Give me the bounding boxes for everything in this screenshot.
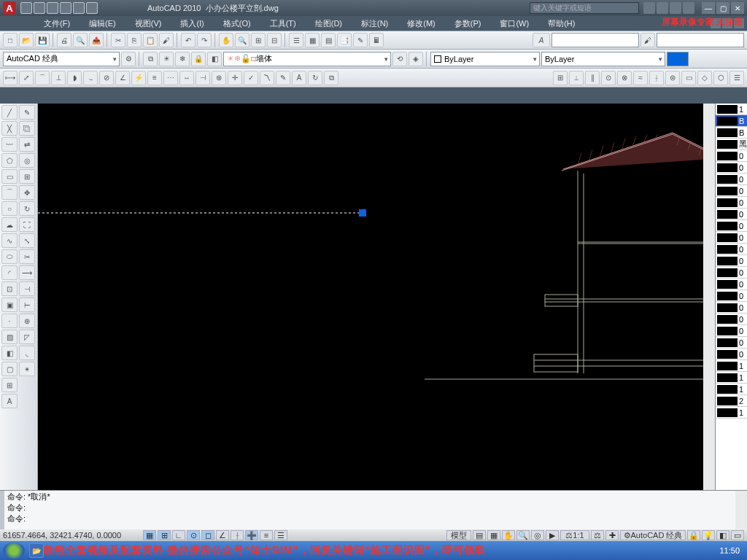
zoom-prev-icon[interactable]: ⊟ — [267, 33, 282, 47]
lineweight-option[interactable]: 1 — [716, 384, 747, 395]
point-icon[interactable]: · — [1, 314, 18, 328]
lineweight-option[interactable]: 0 — [716, 279, 747, 290]
lineweight-option[interactable]: 1 — [716, 372, 747, 384]
array-icon[interactable]: ⊞ — [19, 169, 35, 184]
copy-icon[interactable]: ⎘ — [127, 33, 142, 47]
dim-angle-icon[interactable]: ∠ — [115, 71, 130, 85]
cmd-prompt[interactable]: 命令: — [7, 513, 732, 524]
anno-scale[interactable]: ⚖1:1 — [560, 530, 589, 540]
lineweight-option[interactable]: 0 — [716, 290, 747, 302]
break-pt-icon[interactable]: ⊣ — [19, 281, 35, 296]
menu-dim[interactable]: 标注(N) — [352, 17, 397, 31]
start-button[interactable] — [3, 542, 25, 559]
mtext-icon[interactable]: A — [1, 394, 18, 408]
layer-mgr-icon[interactable]: ⧉ — [143, 52, 158, 66]
constraint8-icon[interactable]: ⊜ — [665, 71, 680, 85]
lineweight-option[interactable]: 0 — [716, 255, 747, 267]
move-icon[interactable]: ✥ — [19, 185, 35, 200]
dim-radius-icon[interactable]: ◗ — [67, 71, 82, 85]
zoom-win-icon[interactable]: ⊞ — [251, 33, 266, 47]
qat-save-icon[interactable] — [47, 2, 58, 14]
polygon-icon[interactable]: ⬠ — [1, 153, 18, 168]
lineweight-option[interactable]: 黑 — [716, 139, 747, 150]
osnap-toggle[interactable]: ◻ — [201, 530, 214, 540]
gradient-icon[interactable]: ◧ — [1, 346, 18, 360]
menu-tools[interactable]: 工具(T) — [261, 17, 305, 31]
showmotion-icon[interactable]: ▶ — [546, 530, 559, 540]
trim-icon[interactable]: ✂ — [19, 249, 35, 264]
anno-auto-icon[interactable]: ✚ — [605, 530, 619, 540]
lineweight-option[interactable]: 0 — [716, 162, 747, 174]
drawing-canvas[interactable]: ⏮ ◂ ▸ ⏭ 模型 布局1 布局2 — [38, 104, 715, 529]
maximize-button[interactable]: ▢ — [716, 2, 729, 14]
menu-window[interactable]: 窗口(W) — [491, 17, 538, 31]
zoom-status-icon[interactable]: 🔍 — [516, 530, 530, 540]
menu-param[interactable]: 参数(P) — [446, 17, 490, 31]
center-mark-icon[interactable]: ✛ — [228, 71, 242, 85]
dc-icon[interactable]: ▦ — [305, 33, 320, 47]
lineweight-option[interactable]: 0 — [716, 150, 747, 162]
ortho-toggle[interactable]: ∟ — [172, 530, 185, 540]
constraint11-icon[interactable]: ⬡ — [713, 71, 728, 85]
constraint1-icon[interactable]: ⊞ — [553, 71, 568, 85]
help-icon[interactable] — [683, 2, 694, 14]
chamfer-icon[interactable]: ◸ — [19, 330, 35, 344]
layer-prev-icon[interactable]: ⟲ — [392, 52, 407, 66]
make-block-icon[interactable]: ▣ — [1, 298, 18, 312]
isolate-icon[interactable]: ◧ — [716, 530, 729, 540]
constraint7-icon[interactable]: ⟊ — [649, 71, 664, 85]
dim-space-icon[interactable]: ↔ — [179, 71, 194, 85]
constraint12-icon[interactable]: ☰ — [729, 71, 744, 85]
qat-redo-icon[interactable] — [73, 2, 85, 14]
snap-toggle[interactable]: ▦ — [143, 530, 156, 540]
lineweight-option[interactable]: 0 — [716, 302, 747, 314]
inspect-icon[interactable]: ✓ — [244, 71, 258, 85]
constraint3-icon[interactable]: ∥ — [585, 71, 600, 85]
jogged-lin-icon[interactable]: 〽 — [260, 71, 274, 85]
lineweight-option[interactable]: 0 — [716, 209, 747, 220]
polar-toggle[interactable]: ⊙ — [187, 530, 200, 540]
constraint9-icon[interactable]: ▭ — [681, 71, 696, 85]
dimstyle-dropdown[interactable] — [657, 33, 744, 47]
dim-continue-icon[interactable]: ⋯ — [163, 71, 178, 85]
qat-open-icon[interactable] — [34, 2, 45, 14]
dim-aligned-icon[interactable]: ⤢ — [19, 71, 34, 85]
hatch-icon[interactable]: ▨ — [1, 330, 18, 344]
close-button[interactable]: ✕ — [731, 2, 744, 14]
dim-tedit-icon[interactable]: A — [292, 71, 306, 85]
insert-block-icon[interactable]: ⊡ — [1, 281, 18, 296]
layer-color-icon[interactable]: ◧ — [207, 52, 222, 66]
line-icon[interactable]: ╱ — [1, 105, 18, 120]
lineweight-option[interactable]: 0 — [716, 267, 747, 279]
open-icon[interactable]: 📂 — [19, 33, 34, 47]
constraint2-icon[interactable]: ⟂ — [569, 71, 584, 85]
scale-icon[interactable]: ⛶ — [19, 217, 35, 232]
ellipse-arc-icon[interactable]: ◜ — [1, 265, 18, 280]
constraint5-icon[interactable]: ⊗ — [617, 71, 632, 85]
save-icon[interactable]: 💾 — [35, 33, 50, 47]
paste-icon[interactable]: 📋 — [143, 33, 158, 47]
help-search-input[interactable]: 键入关键字或短语 — [530, 2, 639, 14]
lineweight-option[interactable]: 2 — [716, 395, 747, 407]
qview-dwg-icon[interactable]: ▦ — [487, 530, 500, 540]
properties-icon[interactable]: ☰ — [289, 33, 303, 47]
layer-states-icon[interactable]: ☀ — [159, 52, 174, 66]
brush-icon[interactable]: 🖌 — [640, 33, 655, 47]
circle-icon[interactable]: ○ — [1, 201, 18, 216]
ws-switch[interactable]: ⚙AutoCAD 经典 — [620, 530, 686, 540]
join-icon[interactable]: ⊕ — [19, 314, 35, 328]
lineweight-option[interactable]: 0 — [716, 325, 747, 337]
dim-edit-icon[interactable]: ✎ — [276, 71, 290, 85]
erase-icon[interactable]: ✎ — [19, 105, 35, 120]
mirror-icon[interactable]: ⇄ — [19, 137, 35, 152]
otrack-toggle[interactable]: ∠ — [216, 530, 229, 540]
arc-icon[interactable]: ⌒ — [1, 185, 18, 200]
lineweight-option[interactable]: 0 — [716, 220, 747, 232]
lineweight-option[interactable]: 1 — [716, 104, 747, 115]
qcalc-icon[interactable]: 🖩 — [369, 33, 384, 47]
explode-icon[interactable]: ✴ — [19, 362, 35, 376]
dim-linear-icon[interactable]: ⟼ — [3, 71, 18, 85]
task-explorer-icon[interactable]: 📂 — [29, 543, 44, 558]
ssm-icon[interactable]: 📑 — [337, 33, 352, 47]
tp-icon[interactable]: ▤ — [321, 33, 336, 47]
